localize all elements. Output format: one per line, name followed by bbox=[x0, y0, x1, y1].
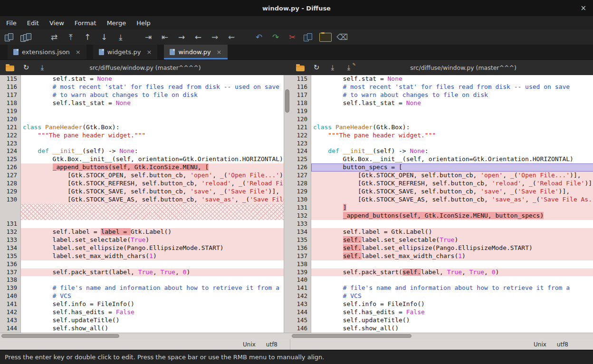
code-line[interactable]: 124 def __init__(self) -> None: bbox=[290, 147, 593, 155]
realign-all-icon[interactable]: ⇄ bbox=[48, 31, 60, 43]
code-line[interactable]: 125 Gtk.Box.__init__(self, orientation=G… bbox=[290, 155, 593, 163]
reload-file-button[interactable]: ↻ bbox=[312, 63, 321, 72]
code-line[interactable]: 116 # most recent 'stat' for files read … bbox=[0, 83, 284, 91]
tab-widgets.py[interactable]: widgets.py× bbox=[93, 45, 158, 59]
code-line[interactable]: 141 self.info = FileInfo() bbox=[0, 300, 284, 308]
code-line[interactable]: 118 self.last_stat = None bbox=[0, 99, 284, 107]
tab-window.py[interactable]: window.py× bbox=[164, 45, 227, 59]
code-line[interactable]: 138 bbox=[290, 260, 593, 268]
next-difference-icon[interactable]: ↓ bbox=[98, 31, 110, 43]
code-line[interactable]: 131 ] bbox=[290, 204, 593, 212]
code-line[interactable]: 129 [Gtk.STOCK_SAVE, self.button_cb, 'sa… bbox=[0, 188, 284, 196]
code-line[interactable]: 139 # file's name and information about … bbox=[0, 284, 284, 292]
code-line[interactable]: 135 label.set_max_width_chars(1) bbox=[0, 252, 284, 260]
menu-file[interactable]: File bbox=[1, 16, 22, 29]
code-line[interactable]: 139 self.pack_start(self.label, True, Tr… bbox=[290, 268, 593, 277]
copy-selection-right-icon[interactable]: ⇥ bbox=[142, 31, 154, 43]
code-line[interactable]: 143 self.info = FileInfo() bbox=[290, 300, 593, 308]
menu-view[interactable]: View bbox=[44, 16, 69, 29]
code-line[interactable]: 144 self.show_all() bbox=[0, 325, 284, 333]
merge-from-left-then-right-icon[interactable]: ⇝ bbox=[209, 31, 221, 43]
pane-left-hscrollbar-thumb[interactable] bbox=[1, 334, 119, 338]
copy-icon[interactable] bbox=[303, 33, 315, 42]
code-line[interactable]: 134 label.set_ellipsize(Pango.EllipsizeM… bbox=[0, 244, 284, 252]
code-line[interactable]: 123 bbox=[290, 140, 593, 148]
code-line[interactable]: 123 bbox=[0, 140, 284, 148]
save-file-button[interactable]: ⤓ bbox=[328, 63, 337, 72]
code-line[interactable]: 146 self.show_all() bbox=[290, 325, 593, 333]
tab-close-icon[interactable]: × bbox=[146, 48, 152, 56]
window-close-button[interactable]: × bbox=[580, 0, 586, 16]
first-difference-icon[interactable]: ⤒ bbox=[65, 31, 77, 43]
pane-right-code[interactable]: 115 self.stat = None116 # most recent 's… bbox=[290, 75, 593, 333]
code-line[interactable]: 141 # file's name and information about … bbox=[290, 284, 593, 292]
last-difference-icon[interactable]: ⤓ bbox=[115, 31, 127, 43]
code-line[interactable]: 133 label.set_selectable(True) bbox=[0, 236, 284, 244]
code-line[interactable]: 140 # VCS bbox=[0, 292, 284, 300]
clear-edits-icon[interactable]: ⌫ bbox=[336, 31, 348, 43]
reload-file-button[interactable]: ↻ bbox=[22, 63, 30, 72]
code-line[interactable]: 119 bbox=[290, 107, 593, 115]
code-line[interactable]: 137 self.pack_start(label, True, True, 0… bbox=[0, 268, 284, 277]
pane-left-hscrollbar[interactable] bbox=[0, 333, 290, 339]
code-line[interactable]: 144 self.has_edits = False bbox=[290, 308, 593, 316]
code-line[interactable]: 136 self.label.set_ellipsize(Pango.Ellip… bbox=[290, 244, 593, 252]
code-line[interactable]: 128 [Gtk.STOCK_REFRESH, self.button_cb, … bbox=[0, 180, 284, 188]
undo-icon[interactable]: ↶ bbox=[253, 31, 265, 43]
code-line[interactable]: 116 # most recent 'stat' for files read … bbox=[290, 83, 593, 91]
code-line[interactable]: 122 """The pane header widget.""" bbox=[0, 132, 284, 140]
pane-left-vscrollbar-thumb[interactable] bbox=[285, 89, 289, 113]
code-line[interactable]: 124 def __init__(self) -> None: bbox=[0, 147, 284, 155]
code-line[interactable]: 126 _append_buttons(self, Gtk.IconSize.M… bbox=[0, 163, 284, 172]
tab-extensions.json[interactable]: extensions.json× bbox=[8, 45, 86, 59]
code-line[interactable]: 128 [Gtk.STOCK_REFRESH, self.button_cb, … bbox=[290, 180, 593, 188]
pane-right-hscrollbar-thumb[interactable] bbox=[292, 334, 411, 338]
save-file-button[interactable]: ⤓ bbox=[38, 63, 47, 72]
open-file-button[interactable] bbox=[296, 66, 305, 71]
code-line[interactable]: 142 # VCS bbox=[290, 292, 593, 300]
cut-icon[interactable]: ✂ bbox=[286, 31, 298, 43]
code-line[interactable]: 127 [Gtk.STOCK_OPEN, self.button_cb, 'op… bbox=[290, 172, 593, 180]
previous-difference-icon[interactable]: ↑ bbox=[81, 31, 94, 43]
code-line[interactable]: 136 bbox=[0, 260, 284, 268]
new-2way-file-merge-icon[interactable] bbox=[4, 33, 16, 42]
copy-selection-left-icon[interactable]: ⇤ bbox=[159, 31, 171, 43]
code-line[interactable]: 130 [Gtk.STOCK_SAVE_AS, self.button_cb, … bbox=[0, 196, 284, 204]
paste-icon[interactable] bbox=[319, 33, 332, 42]
copy-right-into-selection-icon[interactable]: ← bbox=[192, 31, 204, 43]
gap-row[interactable] bbox=[0, 204, 284, 212]
code-line[interactable]: 131 bbox=[0, 220, 284, 228]
code-line[interactable]: 120 bbox=[290, 115, 593, 124]
code-line[interactable]: 121class PaneHeader(Gtk.Box): bbox=[290, 124, 593, 132]
code-line[interactable]: 129 [Gtk.STOCK_SAVE, self.button_cb, 'sa… bbox=[290, 188, 593, 196]
code-line[interactable]: 130 [Gtk.STOCK_SAVE_AS, self.button_cb, … bbox=[290, 196, 593, 204]
code-line[interactable]: 120 bbox=[0, 115, 284, 124]
merge-from-right-then-left-icon[interactable]: ⇜ bbox=[225, 31, 238, 43]
code-line[interactable]: 126 button_specs = [ bbox=[290, 163, 593, 172]
new-3way-file-merge-icon[interactable] bbox=[20, 33, 33, 42]
tab-close-icon[interactable]: × bbox=[76, 48, 81, 56]
copy-left-into-selection-icon[interactable]: → bbox=[175, 31, 188, 43]
menu-format[interactable]: Format bbox=[69, 16, 102, 29]
code-line[interactable]: 137 self.label.set_max_width_chars(1) bbox=[290, 252, 593, 260]
code-line[interactable]: 127 [Gtk.STOCK_OPEN, self.button_cb, 'op… bbox=[0, 172, 284, 180]
code-line[interactable]: 142 self.has_edits = False bbox=[0, 308, 284, 316]
menu-merge[interactable]: Merge bbox=[102, 16, 132, 29]
code-line[interactable]: 121class PaneHeader(Gtk.Box): bbox=[0, 124, 284, 132]
code-line[interactable]: 132 self.label = label = Gtk.Label() bbox=[0, 228, 284, 236]
code-line[interactable]: 143 self.updateTitle() bbox=[0, 316, 284, 325]
code-line[interactable]: 135 self.label.set_selectable(True) bbox=[290, 236, 593, 244]
code-line[interactable]: 122 """The pane header widget.""" bbox=[290, 132, 593, 140]
save-file-as-button[interactable]: ⤓✎ bbox=[344, 63, 353, 72]
code-line[interactable]: 134 self.label = Gtk.Label() bbox=[290, 228, 593, 236]
code-line[interactable]: 140 bbox=[290, 276, 593, 284]
pane-left-vscrollbar[interactable] bbox=[284, 75, 290, 333]
redo-icon[interactable]: ↷ bbox=[269, 31, 282, 43]
code-line[interactable]: 117 # to warn about changes to file on d… bbox=[290, 91, 593, 99]
code-line[interactable]: 132 _append_buttons(self, Gtk.IconSize.M… bbox=[290, 212, 593, 220]
code-line[interactable]: 145 self.updateTitle() bbox=[290, 316, 593, 325]
code-line[interactable]: 138 bbox=[0, 276, 284, 284]
gap-row[interactable] bbox=[0, 212, 284, 220]
code-line[interactable]: 115 self.stat = None bbox=[290, 75, 593, 83]
code-line[interactable]: 117 # to warn about changes to file on d… bbox=[0, 91, 284, 99]
